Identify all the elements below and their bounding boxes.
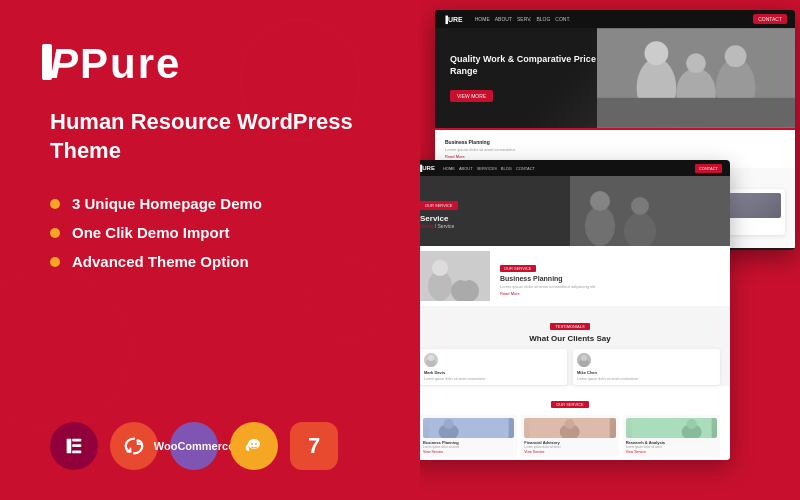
svg-point-8 bbox=[251, 443, 253, 445]
bottom-card-1: Business Planning Lorem ipsum dolor sit … bbox=[420, 415, 517, 457]
seven-icon[interactable]: 7 bbox=[290, 422, 338, 470]
mockup-hero: Quality Work & Comparative Price Range V… bbox=[435, 28, 795, 128]
bullet-dot-1 bbox=[50, 199, 60, 209]
seven-label: 7 bbox=[308, 433, 320, 459]
svg-point-12 bbox=[645, 41, 669, 65]
svg-point-33 bbox=[581, 355, 587, 361]
testimonial-card-1: Mark Davis Lorem ipsum dolor sit amet co… bbox=[420, 349, 567, 385]
features-list: 3 Unique Homepage Demo One Clik Demo Imp… bbox=[50, 195, 380, 270]
logo-rest: Pure bbox=[80, 40, 181, 88]
service-strip-title: Business Planning bbox=[445, 139, 785, 145]
testimonial-card-2: Mike Chen Lorem ipsum dolor sit amet con… bbox=[573, 349, 720, 385]
bottom-card-img-1 bbox=[423, 418, 514, 438]
svg-point-16 bbox=[725, 45, 747, 67]
hero-text: Quality Work & Comparative Price Range V… bbox=[450, 54, 615, 101]
second-hero-subtitle: Home / Service bbox=[420, 223, 458, 229]
hero-title: Quality Work & Comparative Price Range bbox=[450, 54, 615, 77]
svg-point-30 bbox=[428, 355, 434, 361]
elementor-icon[interactable] bbox=[50, 422, 98, 470]
bottom-card-desc-3: Lorem ipsum dolor sit amet bbox=[626, 445, 717, 449]
bottom-card-link-1[interactable]: View Service bbox=[423, 450, 514, 454]
mockup-nav: ▐URE HOME ABOUT SERV. BLOG CONT. CONTACT bbox=[435, 10, 795, 28]
svg-rect-4 bbox=[72, 439, 81, 442]
hero-cta-btn[interactable]: VIEW MORE bbox=[450, 90, 493, 102]
business-planning-badge: OUR SERVICE bbox=[500, 265, 536, 272]
svg-point-36 bbox=[444, 419, 454, 429]
feature-item-2: One Clik Demo Import bbox=[50, 224, 380, 241]
svg-rect-6 bbox=[72, 451, 81, 454]
testimonial-section: TESTIMONIALS What Our Clients Say Mark D… bbox=[420, 306, 730, 386]
bottom-card-link-3[interactable]: View Service bbox=[626, 450, 717, 454]
business-planning-content: OUR SERVICE Business Planning Lorem ipsu… bbox=[500, 256, 720, 296]
business-planning-title: Business Planning bbox=[500, 275, 720, 282]
bottom-card-desc-2: Lorem ipsum dolor sit amet bbox=[524, 445, 615, 449]
second-nav-logo: ▐URE bbox=[420, 165, 435, 171]
testimonial-name-2: Mike Chen bbox=[577, 370, 716, 375]
bottom-section: OUR SERVICE Business Planning Lorem ipsu bbox=[420, 386, 730, 460]
right-panel: ▐URE HOME ABOUT SERV. BLOG CONT. CONTACT… bbox=[420, 0, 800, 500]
business-planning-image bbox=[420, 251, 490, 301]
svg-point-9 bbox=[255, 443, 257, 445]
mailchimp-icon[interactable] bbox=[230, 422, 278, 470]
testimonial-text-2: Lorem ipsum dolor sit amet consectetur bbox=[577, 377, 716, 381]
bottom-card-3: Research & Analysis Lorem ipsum dolor si… bbox=[623, 415, 720, 457]
mockup-nav-btn: CONTACT bbox=[753, 14, 787, 24]
second-hero-title: Service bbox=[420, 214, 458, 223]
mockup-nav-links: HOME ABOUT SERV. BLOG CONT. bbox=[475, 16, 571, 22]
second-nav-link-contact: CONTACT bbox=[516, 166, 535, 171]
mockup-second: ▐URE HOME ABOUT SERVICES BLOG CONTACT CO… bbox=[420, 160, 730, 460]
feature-item-3: Advanced Theme Option bbox=[50, 253, 380, 270]
bottom-card-link-2[interactable]: View Service bbox=[524, 450, 615, 454]
theme-tagline: Human Resource WordPress Theme bbox=[50, 108, 380, 165]
service-strip-link[interactable]: Read More bbox=[445, 154, 785, 159]
bottom-section-badge: OUR SERVICE bbox=[551, 401, 589, 408]
mockup-nav-logo: ▐URE bbox=[443, 16, 463, 23]
testimonial-avatar-1 bbox=[424, 353, 438, 367]
second-hero-text: OUR SERVICE Service Home / Service bbox=[420, 193, 458, 229]
redux-icon[interactable] bbox=[110, 422, 158, 470]
nav-link-home: HOME bbox=[475, 16, 490, 22]
second-nav-link-serv: SERVICES bbox=[477, 166, 497, 171]
second-nav-link-home: HOME bbox=[443, 166, 455, 171]
bullet-dot-2 bbox=[50, 228, 60, 238]
svg-rect-5 bbox=[72, 444, 81, 447]
second-hero-area: OUR SERVICE Service Home / Service bbox=[420, 176, 730, 246]
svg-point-22 bbox=[631, 197, 649, 215]
woo-icon[interactable]: WooCommerce bbox=[170, 422, 218, 470]
bottom-card-desc-1: Lorem ipsum dolor sit amet bbox=[423, 445, 514, 449]
testimonial-avatar-2 bbox=[577, 353, 591, 367]
testimonial-title: What Our Clients Say bbox=[420, 334, 720, 343]
hero-image bbox=[597, 28, 795, 128]
logo-area: P Pure Human Resource WordPress Theme 3 … bbox=[50, 40, 380, 300]
testimonial-name-1: Mark Davis bbox=[424, 370, 563, 375]
bullet-dot-3 bbox=[50, 257, 60, 267]
nav-link-about: ABOUT bbox=[495, 16, 512, 22]
second-nav-btn: CONTACT bbox=[695, 164, 722, 173]
second-nav-link-about: ABOUT bbox=[459, 166, 473, 171]
second-hero-home-link: Home bbox=[420, 223, 433, 229]
main-container: P Pure Human Resource WordPress Theme 3 … bbox=[0, 0, 800, 500]
bottom-card-img-3 bbox=[626, 418, 717, 438]
business-planning-desc: Lorem ipsum dolor sit amet consectetur a… bbox=[500, 284, 720, 289]
logo-p-letter: P bbox=[50, 40, 78, 88]
svg-point-27 bbox=[458, 267, 472, 281]
bottom-card-img-2 bbox=[524, 418, 615, 438]
bottom-card-2: Financial Advisory Lorem ipsum dolor sit… bbox=[521, 415, 618, 457]
business-planning-link[interactable]: Read More bbox=[500, 291, 720, 296]
bottom-grid: Business Planning Lorem ipsum dolor sit … bbox=[420, 415, 720, 457]
testimonial-badge: TESTIMONIALS bbox=[550, 323, 589, 330]
svg-point-20 bbox=[590, 191, 610, 211]
nav-link-services: SERV. bbox=[517, 16, 531, 22]
second-nav: ▐URE HOME ABOUT SERVICES BLOG CONTACT CO… bbox=[420, 160, 730, 176]
svg-point-25 bbox=[432, 260, 448, 276]
woo-label: WooCommerce bbox=[154, 440, 234, 452]
left-panel: P Pure Human Resource WordPress Theme 3 … bbox=[0, 0, 420, 500]
svg-point-42 bbox=[686, 419, 696, 429]
second-hero-badge: OUR SERVICE bbox=[420, 201, 458, 210]
second-nav-link-blog: BLOG bbox=[501, 166, 512, 171]
feature-item-1: 3 Unique Homepage Demo bbox=[50, 195, 380, 212]
testimonial-cards: Mark Davis Lorem ipsum dolor sit amet co… bbox=[420, 349, 720, 385]
svg-point-14 bbox=[686, 53, 706, 73]
second-business-planning: OUR SERVICE Business Planning Lorem ipsu… bbox=[420, 246, 730, 306]
service-strip-item: Business Planning Lorem ipsum dolor sit … bbox=[445, 135, 785, 163]
